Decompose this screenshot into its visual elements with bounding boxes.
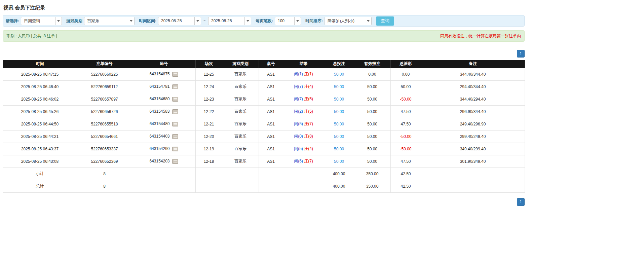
- video-replay-icon[interactable]: [172, 134, 178, 139]
- result-player: 闲(5): [294, 146, 303, 151]
- cell-total-bet: 50.00: [324, 93, 354, 105]
- summary-note: 同局有效投注，统一计算在该局第一张注单内: [440, 33, 521, 39]
- total-bet-link[interactable]: 50.00: [334, 97, 344, 102]
- cell-result: 闲(1) 庄(1): [283, 68, 324, 80]
- footer-label: 总计: [3, 180, 77, 192]
- chevron-down-icon[interactable]: [294, 17, 301, 25]
- cell-result: 闲(0) 庄(8): [283, 130, 324, 143]
- total-bet-link[interactable]: 50.00: [334, 134, 344, 139]
- column-header: 备注: [421, 60, 525, 68]
- footer-empty-cell: [196, 168, 222, 180]
- total-bet-link[interactable]: 50.00: [334, 122, 344, 126]
- table-row: 2025-08-25 06:44:21522760654661643154403…: [3, 130, 525, 143]
- chevron-down-icon[interactable]: [365, 17, 371, 25]
- cell-round: 643154290: [132, 143, 196, 155]
- chevron-down-icon[interactable]: [55, 17, 62, 25]
- cell-game: 百家乐: [222, 68, 259, 80]
- per-page-select[interactable]: 100: [275, 17, 301, 25]
- cell-payout: 47.50: [391, 118, 421, 130]
- table-footer-row: 总计8400.00350.0042.50: [3, 180, 525, 192]
- video-replay-icon[interactable]: [172, 109, 178, 114]
- cell-total-bet: 50.00: [324, 143, 354, 155]
- bet-records-table: 时间注单编号局号场次游戏类别桌号结果总投注有效投注总派彩备注 2025-08-2…: [3, 60, 525, 193]
- date-to-value: 2025-08-25: [209, 17, 244, 25]
- cell-result: 闲(7) 庄(5): [283, 93, 324, 105]
- date-to-select[interactable]: 2025-08-25: [208, 17, 251, 25]
- result-player: 闲(1): [294, 72, 303, 76]
- round-number: 643154875: [149, 72, 169, 76]
- cell-time: 2025-08-25 06:44:50: [3, 118, 77, 130]
- cell-total-bet: 50.00: [324, 105, 354, 118]
- round-number: 643154203: [149, 159, 169, 163]
- chevron-down-icon[interactable]: [128, 17, 134, 25]
- round-number: 643154290: [149, 146, 169, 151]
- round-number: 643154403: [149, 134, 169, 139]
- footer-count: 8: [77, 168, 132, 180]
- total-bet-link[interactable]: 50.00: [334, 109, 344, 114]
- result-banker: 庄(8): [304, 134, 313, 139]
- chevron-down-icon[interactable]: [194, 17, 201, 25]
- cell-valid-bet: 50.00: [354, 155, 391, 168]
- query-type-select[interactable]: 日期查询: [21, 17, 62, 25]
- table-row: 2025-08-25 06:46:40522760659112643154781…: [3, 80, 525, 93]
- range-separator: ~: [203, 18, 206, 23]
- page-button[interactable]: 1: [517, 198, 525, 206]
- table-header-row: 时间注单编号局号场次游戏类别桌号结果总投注有效投注总派彩备注: [3, 60, 525, 68]
- cell-payout: -50.00: [391, 93, 421, 105]
- result-player: 闲(0): [294, 134, 303, 139]
- video-replay-icon[interactable]: [172, 84, 178, 89]
- video-replay-icon[interactable]: [172, 72, 178, 77]
- cell-table-code: AS1: [259, 130, 283, 143]
- chevron-down-icon[interactable]: [244, 17, 251, 25]
- footer-total-bet: 400.00: [324, 180, 354, 192]
- page: 视讯 会员下注纪录 请选择: 日期查询 游戏类别 百家乐 时间区间: 2025-…: [3, 0, 525, 206]
- video-replay-icon[interactable]: [172, 97, 178, 102]
- cell-valid-bet: 50.00: [354, 118, 391, 130]
- cell-time: 2025-08-25 06:45:26: [3, 105, 77, 118]
- column-header: 游戏类别: [222, 60, 259, 68]
- round-number: 643154781: [149, 84, 169, 89]
- cell-total-bet: 50.00: [324, 155, 354, 168]
- total-bet-link[interactable]: 50.00: [334, 159, 344, 164]
- page-title: 视讯 会员下注纪录: [3, 5, 525, 11]
- cell-result: 闲(5) 庄(7): [283, 118, 324, 130]
- payout-value: 0.00: [402, 72, 410, 77]
- cell-note: 344.40/344.40: [421, 68, 525, 80]
- cell-payout: -50.00: [391, 143, 421, 155]
- payout-value: 50.00: [401, 84, 411, 89]
- column-header: 总派彩: [391, 60, 421, 68]
- video-replay-icon[interactable]: [172, 122, 178, 126]
- result-banker: 庄(1): [304, 72, 313, 76]
- video-replay-icon[interactable]: [172, 159, 178, 164]
- cell-table-code: AS1: [259, 68, 283, 80]
- total-bet-link[interactable]: 50.00: [334, 147, 344, 151]
- table-footer-row: 小计8400.00350.0042.50: [3, 168, 525, 180]
- video-replay-icon[interactable]: [172, 147, 178, 151]
- query-type-value: 日期查询: [21, 17, 55, 25]
- search-button[interactable]: 查询: [376, 16, 394, 26]
- result-banker: 庄(4): [304, 146, 313, 151]
- time-sort-select[interactable]: 降幂(由大到小): [325, 17, 372, 25]
- total-bet-link[interactable]: 50.00: [334, 84, 344, 89]
- cell-table-code: AS1: [259, 105, 283, 118]
- game-category-select[interactable]: 百家乐: [84, 17, 135, 25]
- cell-bet-id: 522760652369: [77, 155, 132, 168]
- game-category-value: 百家乐: [84, 17, 128, 25]
- cell-time: 2025-08-25 06:46:02: [3, 93, 77, 105]
- footer-empty-cell: [283, 180, 324, 192]
- result-banker: 庄(4): [304, 84, 313, 89]
- footer-label: 小计: [3, 168, 77, 180]
- total-bet-link[interactable]: 50.00: [334, 72, 344, 77]
- round-number: 643154680: [149, 97, 169, 101]
- cell-bet-id: 522760653337: [77, 143, 132, 155]
- cell-payout: 47.50: [391, 155, 421, 168]
- footer-empty-cell: [196, 180, 222, 192]
- footer-payout: 42.50: [391, 180, 421, 192]
- page-button[interactable]: 1: [517, 50, 525, 58]
- footer-empty-cell: [421, 180, 525, 192]
- date-from-select[interactable]: 2025-08-25: [158, 17, 201, 25]
- cell-game: 百家乐: [222, 130, 259, 143]
- date-from-value: 2025-08-25: [158, 17, 194, 25]
- result-player: 闲(6): [294, 159, 303, 163]
- footer-empty-cell: [259, 180, 283, 192]
